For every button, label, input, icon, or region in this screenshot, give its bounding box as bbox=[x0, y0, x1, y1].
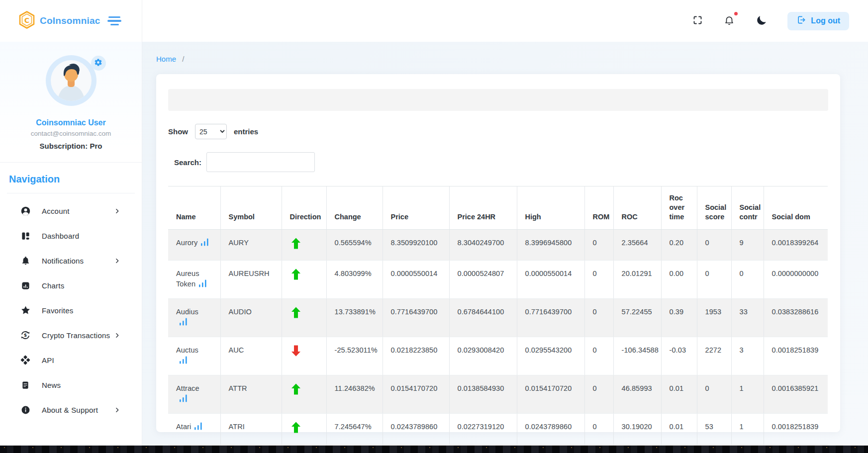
column-header-roc-over-time[interactable]: Roc over time bbox=[661, 186, 697, 230]
column-header-price[interactable]: Price bbox=[383, 186, 449, 230]
table-row: Aureus TokenAUREUSRH4.803099%0.000055001… bbox=[168, 261, 828, 299]
table-row: AuroryAURY0.565594%8.35099201008.3040249… bbox=[168, 230, 828, 261]
logout-icon bbox=[796, 15, 806, 27]
logout-label: Log out bbox=[811, 16, 840, 25]
coin-chart-icon[interactable] bbox=[194, 422, 203, 433]
column-header-social-contr[interactable]: Social contr bbox=[731, 186, 764, 230]
column-header-symbol[interactable]: Symbol bbox=[220, 186, 282, 230]
price-24hr-cell: 0.6784644100 bbox=[449, 299, 517, 337]
sidebar-item-charts[interactable]: Charts bbox=[8, 273, 134, 298]
direction-cell bbox=[282, 261, 326, 299]
symbol-cell: ATRI bbox=[220, 414, 282, 445]
sidebar-item-news[interactable]: News bbox=[8, 372, 134, 397]
column-header-change[interactable]: Change bbox=[326, 186, 383, 230]
social-contr-cell: 1 bbox=[731, 375, 764, 414]
page-size-select[interactable]: 25 bbox=[195, 124, 227, 139]
table-row: AuctusAUC-25.523011%0.02182238500.029300… bbox=[168, 337, 828, 375]
rom-cell: 0 bbox=[584, 337, 613, 375]
brand[interactable]: C CoInsomniac bbox=[18, 10, 100, 31]
high-cell: 0.0243789860 bbox=[517, 414, 584, 445]
coin-name: Atari bbox=[176, 423, 191, 431]
roc-cell: 57.22455 bbox=[613, 299, 661, 337]
down-arrow-icon bbox=[291, 350, 301, 358]
city-skyline-background-image bbox=[0, 446, 868, 453]
column-header-roc[interactable]: ROC bbox=[613, 186, 661, 230]
coin-name: Audius bbox=[176, 308, 198, 316]
breadcrumb-separator: / bbox=[182, 55, 184, 63]
column-header-name[interactable]: Name bbox=[168, 186, 220, 230]
hamburger-menu-icon[interactable] bbox=[107, 15, 122, 26]
social-dom-cell: 0.0018251839 bbox=[764, 414, 828, 445]
content: Home / Show 25 entries Search: NameSymbo… bbox=[142, 42, 868, 432]
chevron-right-icon bbox=[114, 207, 121, 214]
direction-cell bbox=[282, 375, 326, 414]
nav-heading: Navigation bbox=[8, 174, 134, 185]
coin-name-cell: Audius bbox=[168, 299, 220, 337]
info-icon bbox=[20, 404, 31, 415]
sidebar-item-label: Account bbox=[42, 207, 114, 215]
coin-chart-icon[interactable] bbox=[179, 356, 188, 367]
roc-cell: -106.34588 bbox=[613, 337, 661, 375]
direction-cell bbox=[282, 230, 326, 261]
search-input[interactable] bbox=[206, 152, 315, 172]
dark-mode-toggle[interactable] bbox=[755, 13, 769, 29]
high-cell: 0.7716439700 bbox=[517, 299, 584, 337]
star-icon bbox=[20, 305, 31, 316]
price-cell: 0.7716439700 bbox=[383, 299, 449, 337]
up-arrow-icon bbox=[291, 243, 301, 251]
rom-cell: 0 bbox=[584, 299, 613, 337]
sidebar-item-favorites[interactable]: Favorites bbox=[8, 298, 134, 323]
high-cell: 0.0295543200 bbox=[517, 337, 584, 375]
coin-chart-icon[interactable] bbox=[198, 279, 207, 290]
price-cell: 0.0154170720 bbox=[383, 375, 449, 414]
symbol-cell: AURY bbox=[220, 230, 282, 261]
change-cell: 0.565594% bbox=[326, 230, 383, 261]
column-header-social-score[interactable]: Social score bbox=[697, 186, 731, 230]
direction-cell bbox=[282, 414, 326, 445]
notifications-button[interactable] bbox=[723, 13, 736, 28]
column-header-price-24hr[interactable]: Price 24HR bbox=[449, 186, 517, 230]
social-contr-cell: 33 bbox=[731, 299, 764, 337]
sidebar-item-notifications[interactable]: Notifications bbox=[8, 248, 134, 273]
social-score-cell: 1953 bbox=[697, 299, 731, 337]
profile-settings-button[interactable] bbox=[91, 56, 106, 71]
social-dom-cell: 0.0000000000 bbox=[764, 261, 828, 299]
roc-over-time-cell: 0.20 bbox=[661, 230, 697, 261]
column-header-direction[interactable]: Direction bbox=[282, 186, 326, 230]
user-icon bbox=[20, 205, 31, 216]
entries-label: entries bbox=[234, 127, 258, 136]
sidebar-item-about-support[interactable]: About & Support bbox=[8, 397, 134, 422]
coin-chart-icon[interactable] bbox=[179, 394, 188, 405]
sidebar-item-account[interactable]: Account bbox=[8, 198, 134, 223]
price-24hr-cell: 8.3040249700 bbox=[449, 230, 517, 261]
change-cell: -25.523011% bbox=[326, 337, 383, 375]
up-arrow-icon bbox=[291, 273, 301, 281]
fullscreen-icon bbox=[692, 15, 703, 27]
app-root: C CoInsomniac bbox=[0, 0, 868, 453]
sidebar-item-api[interactable]: API bbox=[8, 348, 134, 372]
table-toolbar-strip bbox=[168, 89, 828, 111]
profile-subscription: Subscription: Pro bbox=[10, 142, 132, 150]
profile-name[interactable]: Coinsomniac User bbox=[10, 118, 132, 127]
exchange-icon: $ bbox=[20, 330, 31, 341]
coin-chart-icon[interactable] bbox=[200, 238, 209, 249]
symbol-cell: AUDIO bbox=[220, 299, 282, 337]
column-header-high[interactable]: High bbox=[517, 186, 584, 230]
search-label: Search: bbox=[174, 158, 201, 167]
price-cell: 0.0243789860 bbox=[383, 414, 449, 445]
coin-name: Attrace bbox=[176, 384, 199, 392]
nav-section: Navigation AccountDashboardNotifications… bbox=[0, 163, 142, 422]
sidebar-item-dashboard[interactable]: Dashboard bbox=[8, 223, 134, 248]
column-header-rom[interactable]: ROM bbox=[584, 186, 613, 230]
symbol-cell: ATTR bbox=[220, 375, 282, 414]
main-area: Log out Home / Show 25 entries Search: bbox=[142, 0, 868, 453]
social-dom-cell: 0.0018399264 bbox=[764, 230, 828, 261]
column-header-social-dom[interactable]: Social dom bbox=[764, 186, 828, 230]
coin-chart-icon[interactable] bbox=[179, 318, 188, 329]
sidebar-item-crypto-transactions[interactable]: $Crypto Transactions bbox=[8, 323, 134, 348]
table-row: AttraceATTR11.246382%0.01541707200.01385… bbox=[168, 375, 828, 414]
logout-button[interactable]: Log out bbox=[787, 12, 849, 30]
brand-name: CoInsomniac bbox=[40, 15, 100, 26]
fullscreen-button[interactable] bbox=[691, 14, 704, 28]
breadcrumb-home-link[interactable]: Home bbox=[156, 55, 176, 63]
